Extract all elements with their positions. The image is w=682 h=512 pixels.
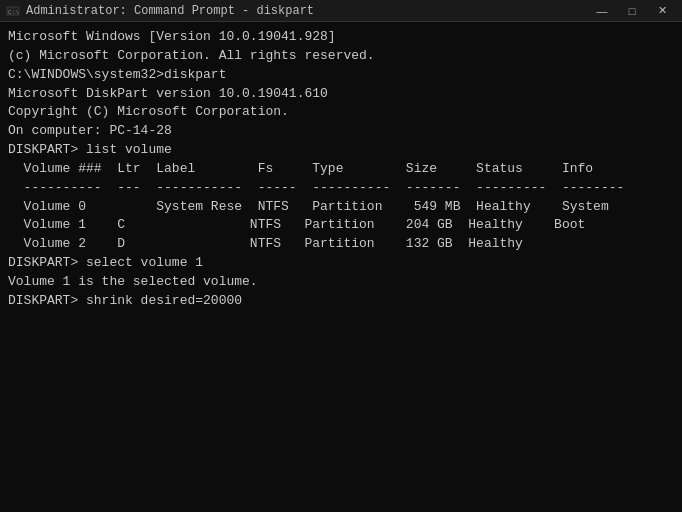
close-button[interactable]: ✕	[648, 1, 676, 21]
terminal-line: Volume ### Ltr Label Fs Type Size Status…	[8, 160, 674, 179]
terminal-line: Microsoft DiskPart version 10.0.19041.61…	[8, 85, 674, 104]
titlebar: C:\ Administrator: Command Prompt - disk…	[0, 0, 682, 22]
terminal-line: ---------- --- ----------- ----- -------…	[8, 179, 674, 198]
terminal-line: Microsoft Windows [Version 10.0.19041.92…	[8, 28, 674, 47]
terminal-line: Volume 1 C NTFS Partition 204 GB Healthy…	[8, 216, 674, 235]
terminal-line: DISKPART> shrink desired=20000	[8, 292, 674, 311]
app-icon: C:\	[6, 4, 20, 18]
terminal-line: (c) Microsoft Corporation. All rights re…	[8, 47, 674, 66]
terminal-line: Volume 2 D NTFS Partition 132 GB Healthy	[8, 235, 674, 254]
terminal-line: DISKPART> list volume	[8, 141, 674, 160]
minimize-button[interactable]: —	[588, 1, 616, 21]
terminal-line: Copyright (C) Microsoft Corporation.	[8, 103, 674, 122]
terminal-line: DISKPART> select volume 1	[8, 254, 674, 273]
window-title: Administrator: Command Prompt - diskpart	[26, 4, 314, 18]
terminal-line: Volume 0 System Rese NTFS Partition 549 …	[8, 198, 674, 217]
terminal-output[interactable]: Microsoft Windows [Version 10.0.19041.92…	[0, 22, 682, 512]
titlebar-left: C:\ Administrator: Command Prompt - disk…	[6, 4, 314, 18]
terminal-lines: Microsoft Windows [Version 10.0.19041.92…	[8, 28, 674, 311]
terminal-line: On computer: PC-14-28	[8, 122, 674, 141]
maximize-button[interactable]: □	[618, 1, 646, 21]
svg-text:C:\: C:\	[8, 9, 19, 16]
terminal-line: Volume 1 is the selected volume.	[8, 273, 674, 292]
terminal-line: C:\WINDOWS\system32>diskpart	[8, 66, 674, 85]
window-controls[interactable]: — □ ✕	[588, 1, 676, 21]
